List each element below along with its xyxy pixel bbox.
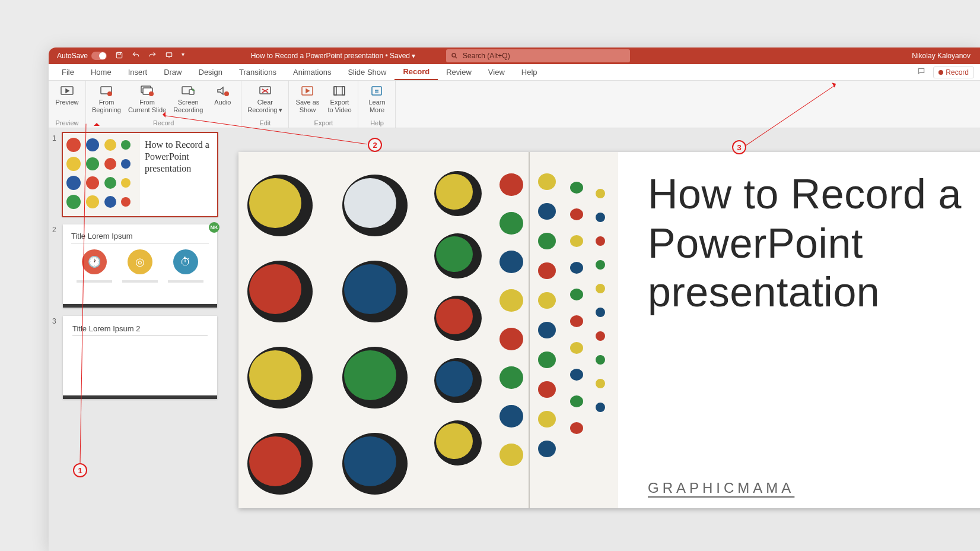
- svg-point-58: [436, 299, 473, 334]
- svg-rect-13: [260, 87, 271, 94]
- svg-point-12: [224, 91, 229, 96]
- thumbnail-slide-2[interactable]: NK Title Lorem Ipsum 🕐 ◎ ⏱: [63, 224, 217, 308]
- slide-thumbnail-panel[interactable]: 1 How to Record a Po: [49, 128, 227, 551]
- svg-point-22: [104, 139, 116, 151]
- svg-point-65: [499, 251, 523, 273]
- tab-slide-show[interactable]: Slide Show: [339, 65, 394, 80]
- svg-point-52: [344, 436, 396, 486]
- document-title[interactable]: How to Record a PowerPoint presentation …: [251, 52, 416, 60]
- svg-point-33: [86, 195, 99, 208]
- svg-point-74: [538, 233, 556, 249]
- placeholder-lines: [71, 280, 209, 283]
- svg-point-66: [499, 289, 523, 312]
- svg-point-64: [499, 212, 523, 235]
- autosave-toggle[interactable]: AutoSave: [57, 52, 107, 60]
- tab-file[interactable]: File: [53, 65, 82, 80]
- slide-image: [238, 152, 618, 508]
- undo-icon[interactable]: [132, 51, 140, 61]
- svg-point-3: [452, 53, 456, 57]
- thumbnail-title: Title Lorem Ipsum: [71, 232, 209, 243]
- svg-point-84: [570, 235, 583, 247]
- svg-point-90: [570, 395, 583, 407]
- tab-home[interactable]: Home: [82, 65, 120, 80]
- record-button-label: Record: [946, 68, 969, 77]
- svg-point-92: [596, 189, 605, 198]
- thumbnail-row-2: 2 NK Title Lorem Ipsum 🕐 ◎ ⏱: [52, 224, 221, 308]
- clock-icon: 🕐: [82, 249, 107, 274]
- svg-point-98: [596, 331, 605, 341]
- svg-point-40: [344, 178, 396, 228]
- screen-recording-button[interactable]: Screen Recording: [171, 83, 205, 119]
- redo-icon[interactable]: [148, 51, 157, 61]
- ribbon-tabs: File Home Insert Draw Design Transitions…: [49, 64, 980, 81]
- slide-footer[interactable]: GRAPHICMAMA: [648, 480, 974, 496]
- user-name[interactable]: Nikolay Kaloyanov: [912, 52, 971, 60]
- svg-point-54: [436, 174, 473, 210]
- from-beginning-button[interactable]: From Beginning: [90, 83, 123, 119]
- tab-animations[interactable]: Animations: [285, 65, 339, 80]
- svg-point-29: [86, 176, 99, 189]
- tab-design[interactable]: Design: [190, 65, 231, 80]
- thumbnail-slide-1[interactable]: How to Record a PowerPoint presentation: [63, 133, 217, 216]
- toggle-switch-icon[interactable]: [91, 52, 107, 60]
- thumbnail-image: [63, 133, 140, 216]
- collaborator-badge: NK: [209, 222, 219, 233]
- group-export: Save as Show Export to Video Export: [289, 81, 358, 128]
- svg-point-82: [570, 182, 583, 194]
- svg-point-44: [344, 264, 396, 314]
- svg-point-38: [249, 178, 301, 228]
- svg-point-95: [596, 260, 605, 270]
- learn-more-button[interactable]: Learn More: [362, 83, 392, 119]
- svg-point-32: [66, 195, 81, 209]
- tab-record[interactable]: Record: [394, 64, 438, 80]
- svg-point-20: [66, 138, 81, 152]
- from-beginning-icon: [98, 84, 114, 97]
- svg-point-100: [596, 379, 605, 388]
- svg-point-88: [570, 342, 583, 354]
- more-icon[interactable]: ▾: [182, 51, 184, 61]
- save-icon[interactable]: [115, 51, 123, 61]
- annotation-2: 2: [368, 138, 382, 152]
- svg-point-63: [499, 173, 523, 196]
- tab-view[interactable]: View: [480, 65, 513, 80]
- preview-icon: [59, 84, 75, 97]
- thumbnail-row-3: 3 Title Lorem Ipsum 2: [52, 316, 221, 399]
- record-button[interactable]: Record: [933, 66, 974, 78]
- preview-button[interactable]: Preview: [52, 83, 82, 119]
- tab-review[interactable]: Review: [438, 65, 480, 80]
- comments-icon[interactable]: [917, 67, 926, 77]
- svg-point-9: [149, 91, 154, 96]
- svg-point-31: [121, 178, 131, 188]
- tab-transitions[interactable]: Transitions: [231, 65, 285, 80]
- present-icon[interactable]: [165, 51, 173, 61]
- slide-1[interactable]: How to Record a PowerPoint presentation …: [238, 152, 980, 508]
- tab-help[interactable]: Help: [513, 65, 546, 80]
- group-label-help: Help: [362, 119, 392, 126]
- export-to-video-button[interactable]: Export to Video: [324, 83, 354, 119]
- slide-text-area[interactable]: How to Record a PowerPoint presentation …: [618, 152, 980, 508]
- clear-recording-icon: [257, 84, 273, 97]
- slide-title[interactable]: How to Record a PowerPoint presentation: [648, 170, 974, 317]
- tab-draw[interactable]: Draw: [155, 65, 190, 80]
- svg-point-42: [249, 264, 301, 314]
- thumbnail-number: 1: [52, 133, 59, 216]
- svg-point-78: [538, 352, 556, 368]
- holes-graphic-icon: [63, 133, 140, 216]
- svg-point-23: [121, 140, 131, 150]
- thumbnail-title: How to Record a PowerPoint presentation: [140, 133, 217, 216]
- svg-point-70: [499, 444, 523, 466]
- tab-insert[interactable]: Insert: [120, 65, 156, 80]
- save-as-show-button[interactable]: Save as Show: [292, 83, 322, 119]
- svg-rect-17: [342, 87, 345, 95]
- save-as-show-icon: [300, 84, 315, 97]
- svg-point-50: [249, 436, 301, 486]
- audio-icon: [215, 84, 230, 97]
- svg-point-86: [570, 289, 583, 300]
- thumbnail-slide-3[interactable]: Title Lorem Ipsum 2: [63, 316, 217, 399]
- powerpoint-window: AutoSave ▾ How to Record a PowerPoint pr…: [49, 48, 980, 551]
- audio-button[interactable]: Audio: [208, 83, 237, 119]
- svg-point-91: [570, 422, 583, 434]
- clear-recording-button[interactable]: Clear Recording ▾: [245, 83, 285, 119]
- slide-canvas[interactable]: How to Record a PowerPoint presentation …: [227, 128, 980, 551]
- search-box[interactable]: Search (Alt+Q): [446, 49, 630, 62]
